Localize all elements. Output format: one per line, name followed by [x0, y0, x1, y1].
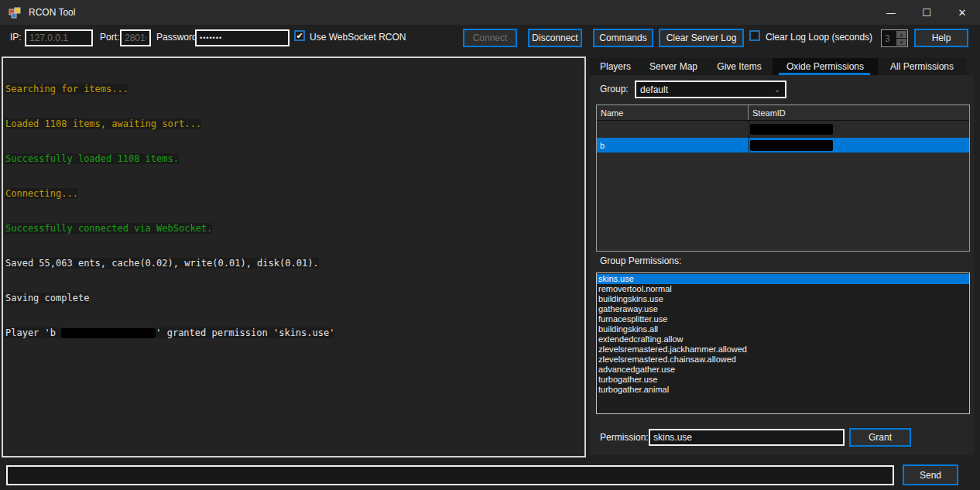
tab-players[interactable]: Players: [590, 58, 641, 75]
permission-input[interactable]: [649, 429, 845, 446]
clear-log-loop-checkbox[interactable]: [749, 30, 760, 41]
tab-server-map[interactable]: Server Map: [641, 58, 706, 75]
list-item[interactable]: skins.use: [597, 274, 969, 284]
window-controls: — ☐ ✕: [873, 0, 980, 25]
toolbar: IP: Port: Password: ✔ Use WebSocket RCON…: [0, 25, 980, 57]
minimize-button[interactable]: —: [873, 0, 909, 25]
list-item[interactable]: advancedgather.use: [597, 365, 969, 375]
server-log-console[interactable]: Searching for items... Loaded 1108 items…: [2, 57, 586, 457]
list-item[interactable]: gatheraway.use: [597, 304, 969, 314]
maximize-button[interactable]: ☐: [909, 0, 944, 25]
port-input[interactable]: [120, 29, 151, 46]
redacted-steamid: [750, 140, 833, 151]
column-divider: [749, 121, 749, 138]
list-item[interactable]: zlevelsremastered.jackhammer.allowed: [597, 344, 969, 355]
password-input[interactable]: [195, 29, 290, 46]
command-input[interactable]: [6, 465, 894, 485]
ip-input[interactable]: [25, 29, 93, 46]
websocket-checkbox-label: Use WebSocket RCON: [310, 32, 406, 43]
group-dropdown-value: default: [636, 84, 769, 95]
log-line: Saving complete: [5, 293, 583, 304]
table-row[interactable]: [597, 121, 969, 138]
list-item[interactable]: buildingskins.use: [597, 294, 969, 304]
disconnect-button[interactable]: Disconnect: [528, 29, 582, 47]
clear-server-log-button[interactable]: Clear Server Log: [659, 29, 744, 47]
commands-button[interactable]: Commands: [593, 29, 653, 47]
list-item[interactable]: turbogather.animal: [597, 385, 969, 395]
players-table-header: Name SteamID: [597, 105, 969, 121]
log-line: Connecting...: [5, 188, 583, 200]
log-line: Successfully loaded 1108 items.: [5, 153, 583, 165]
log-line: Successfully connected via WebSocket.: [5, 223, 583, 235]
port-label: Port:: [100, 32, 119, 43]
group-label: Group:: [600, 84, 629, 94]
column-header-steamid[interactable]: SteamID: [749, 105, 969, 120]
group-permissions-list[interactable]: skins.use removertool.normal buildingski…: [596, 272, 970, 414]
loop-seconds-value: 3: [882, 30, 896, 46]
password-label: Password:: [156, 32, 200, 43]
titlebar: RCON Tool — ☐ ✕: [0, 0, 980, 25]
stepper-up-icon[interactable]: ▲: [896, 31, 906, 38]
ip-label: IP:: [10, 32, 22, 43]
chevron-down-icon: ⌄: [769, 85, 785, 94]
stepper-down-icon[interactable]: ▼: [896, 39, 906, 46]
redacted-steamid: [750, 124, 833, 135]
list-item[interactable]: turbogather.use: [597, 375, 969, 385]
command-bar: Send: [0, 462, 980, 490]
log-line: Searching for items...: [5, 84, 583, 95]
tab-oxide-permissions[interactable]: Oxide Permissions: [773, 58, 878, 75]
websocket-checkbox[interactable]: ✔: [294, 30, 305, 41]
send-button[interactable]: Send: [903, 464, 958, 485]
loop-seconds-stepper[interactable]: 3 ▲ ▼: [881, 29, 908, 47]
group-permissions-label: Group Permissions:: [600, 255, 681, 266]
clear-log-loop-label: Clear Log Loop (seconds): [766, 32, 872, 43]
players-table[interactable]: Name SteamID b: [596, 105, 970, 252]
window-title: RCON Tool: [29, 7, 75, 18]
list-item[interactable]: furnacesplitter.use: [597, 314, 969, 324]
log-line: Player 'b ' granted permission 'skins.us…: [5, 327, 583, 339]
column-header-name[interactable]: Name: [597, 105, 749, 120]
log-line: Loaded 1108 items, awaiting sort...: [5, 118, 583, 130]
tab-all-permissions[interactable]: All Permissions: [878, 58, 966, 75]
close-button[interactable]: ✕: [944, 0, 980, 25]
connect-button[interactable]: Connect: [463, 29, 517, 47]
group-dropdown[interactable]: default ⌄: [635, 81, 786, 98]
tab-give-items[interactable]: Give Items: [706, 58, 773, 75]
tab-strip: Players Server Map Give Items Oxide Perm…: [590, 58, 966, 75]
redacted-player-id: [61, 328, 156, 338]
checkmark-icon: ✔: [296, 32, 303, 40]
oxide-permissions-panel: Group: default ⌄ Name SteamID b Group Pe…: [590, 75, 974, 455]
permission-label: Permission:: [600, 432, 649, 443]
list-item[interactable]: buildingskins.all: [597, 324, 969, 334]
log-line: Saved 55,063 ents, cache(0.02), write(0.…: [5, 258, 583, 269]
stepper-buttons: ▲ ▼: [896, 30, 907, 46]
list-item[interactable]: removertool.normal: [597, 284, 969, 294]
help-button[interactable]: Help: [914, 29, 968, 47]
list-item[interactable]: extendedcrafting.allow: [597, 334, 969, 344]
table-row-selected[interactable]: b: [597, 138, 969, 152]
column-divider: [749, 138, 749, 152]
list-item[interactable]: zlevelsremastered.chainsaw.allowed: [597, 355, 969, 365]
grant-button[interactable]: Grant: [849, 428, 911, 447]
app-icon: [9, 6, 21, 19]
